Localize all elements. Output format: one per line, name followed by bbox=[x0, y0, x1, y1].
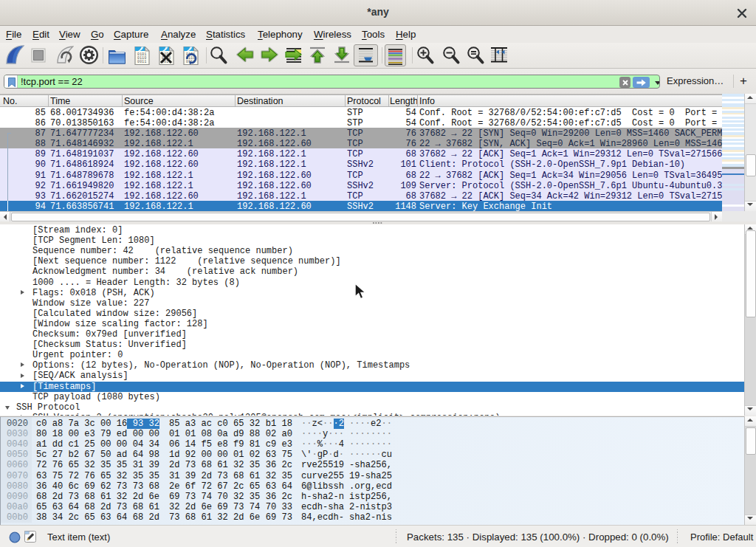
svg-text:0011: 0011 bbox=[137, 60, 147, 63]
